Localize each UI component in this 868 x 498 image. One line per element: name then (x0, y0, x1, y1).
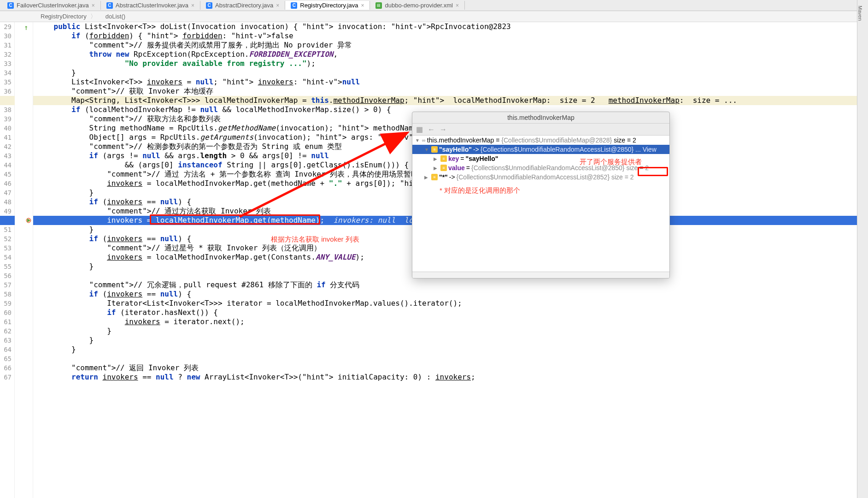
class-icon: C (7, 2, 14, 9)
right-tab-maven[interactable]: Maven (857, 6, 863, 21)
editor-tabs: CFailoverClusterInvoker.java× CAbstractC… (0, 0, 868, 11)
right-toolwindow-tabs: Maven (857, 0, 868, 498)
breadcrumb: RegistryDirectory doList() (0, 11, 868, 22)
close-icon[interactable]: × (191, 2, 194, 9)
tab-abstractclusterinvoker[interactable]: CAbstractClusterInvoker.java× (101, 1, 200, 10)
popup-toolbar: ▦ ← → (412, 123, 669, 136)
popup-forward-icon[interactable]: → (440, 125, 447, 134)
tab-failover[interactable]: CFailoverClusterInvoker.java× (2, 1, 101, 10)
annotation-text-3: * 对应的是泛化调用的那个 (440, 186, 520, 195)
tab-abstractdirectory[interactable]: CAbstractDirectory.java× (200, 1, 285, 10)
popup-title: this.methodInvokerMap (412, 112, 669, 123)
close-icon[interactable]: × (361, 2, 364, 9)
popup-expand-icon[interactable]: ▦ (416, 125, 423, 134)
line-number-gutter: 2930313233343536373839404142434445464748… (0, 22, 15, 498)
breadcrumb-method[interactable]: doList() (102, 12, 129, 21)
xml-icon: ▤ (375, 2, 382, 9)
marker-gutter: ↑ (15, 22, 33, 498)
popup-tree[interactable]: ▼∞ this.methodInvokerMap = {Collections$… (412, 136, 669, 272)
debug-tree-row[interactable]: ▶≡ "*" -> {Collections$UnmodifiableRando… (412, 172, 669, 182)
tab-registrydirectory[interactable]: CRegistryDirectory.java× (285, 1, 370, 10)
tab-dubbo-demo-provider[interactable]: ▤dubbo-demo-provider.xml× (370, 1, 464, 10)
class-icon: C (106, 2, 113, 9)
debug-value-popup[interactable]: this.methodInvokerMap ▦ ← → ▼∞ this.meth… (412, 112, 670, 279)
annotation-text-2: 开了两个服务提供者 (580, 158, 642, 166)
close-icon[interactable]: × (92, 2, 95, 9)
close-icon[interactable]: × (456, 2, 459, 9)
close-icon[interactable]: × (276, 2, 279, 9)
breadcrumb-class[interactable]: RegistryDirectory (37, 12, 100, 22)
annotation-text-1: 根据方法名获取 invoker 列表 (271, 235, 359, 244)
class-icon: C (206, 2, 212, 9)
debug-tree-row[interactable]: ▼∞ this.methodInvokerMap = {Collections$… (412, 136, 669, 145)
popup-h-scrollbar[interactable] (412, 272, 669, 278)
debug-tree-row[interactable]: ▼≡ "sayHello" -> {Collections$Unmodifiab… (412, 145, 669, 154)
class-icon: C (291, 2, 297, 9)
popup-back-icon[interactable]: ← (428, 125, 435, 134)
